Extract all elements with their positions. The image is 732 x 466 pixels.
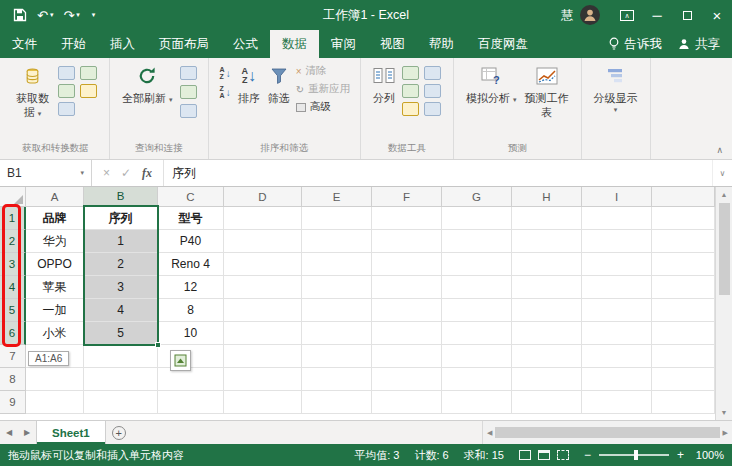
refresh-all-button[interactable]: 全部刷新 ▾ [118,59,177,107]
cell-B6[interactable]: 5 [84,322,158,345]
user-name[interactable]: 慧 [561,7,573,24]
cell-B4[interactable]: 3 [84,276,158,299]
cell-C1[interactable]: 型号 [158,207,224,230]
sort-ascending-icon[interactable]: AZ↓ [220,66,231,80]
cell-F8[interactable] [372,368,442,391]
ribbon-tab-数据[interactable]: 数据 [270,30,319,58]
cell-B3[interactable]: 2 [84,253,158,276]
row-header-8[interactable]: 8 [0,368,26,391]
close-button[interactable]: × [702,0,732,30]
clear-filter-button[interactable]: ×清除 [296,64,350,78]
cell-F5[interactable] [372,299,442,322]
cell-A5[interactable]: 一加 [26,299,84,322]
cell-A3[interactable]: OPPO [26,253,84,276]
ribbon-tab-公式[interactable]: 公式 [221,30,270,58]
cell-H2[interactable] [512,230,582,253]
column-header-E[interactable]: E [302,187,372,207]
ribbon-tab-页面布局[interactable]: 页面布局 [147,30,221,58]
cell-D6[interactable] [224,322,302,345]
sheet-nav-right-icon[interactable]: ▶ [18,421,36,444]
row-header-9[interactable]: 9 [0,391,26,414]
cell-E8[interactable] [302,368,372,391]
cell-C2[interactable]: P40 [158,230,224,253]
cell-I2[interactable] [582,230,652,253]
cell-C8[interactable] [158,368,224,391]
outline-button[interactable]: 分级显示 ▾ [590,59,642,116]
cell-H4[interactable] [512,276,582,299]
cell-H7[interactable] [512,345,582,368]
cell-G2[interactable] [442,230,512,253]
cell-E1[interactable] [302,207,372,230]
cell-C6[interactable]: 10 [158,322,224,345]
collapse-ribbon-button[interactable]: ∧ [716,145,723,155]
cell-C9[interactable] [158,391,224,414]
cell-F9[interactable] [372,391,442,414]
properties-icon[interactable] [180,85,197,99]
cell-C7[interactable] [158,345,224,368]
cell-B1[interactable]: 序列 [84,207,158,230]
cell-D3[interactable] [224,253,302,276]
cell-I1[interactable] [582,207,652,230]
cell-F2[interactable] [372,230,442,253]
horizontal-scroll-thumb[interactable] [495,427,719,438]
cell-E3[interactable] [302,253,372,276]
sort-button[interactable]: AZ↓ 排序 [234,59,264,107]
manage-data-model-icon[interactable] [424,102,441,116]
reapply-button[interactable]: ↻重新应用 [296,82,350,96]
ribbon-tab-视图[interactable]: 视图 [368,30,417,58]
ribbon-tab-百度网盘[interactable]: 百度网盘 [466,30,540,58]
cell-I3[interactable] [582,253,652,276]
tell-me-button[interactable]: 告诉我 [608,36,663,53]
from-text-csv-icon[interactable] [58,66,75,80]
cell-G7[interactable] [442,345,512,368]
row-header-7[interactable]: 7 [0,345,26,368]
cell-A1[interactable]: 品牌 [26,207,84,230]
column-header-D[interactable]: D [224,187,302,207]
view-page-break-button[interactable] [557,450,569,460]
new-sheet-button[interactable]: + [106,421,132,444]
ribbon-tab-插入[interactable]: 插入 [98,30,147,58]
scroll-up-icon[interactable]: ▲ [721,191,728,198]
advanced-filter-button[interactable]: 高级 [296,100,350,114]
sort-descending-icon[interactable]: ZA↓ [220,85,231,99]
cell-I6[interactable] [582,322,652,345]
cell-A9[interactable] [26,391,84,414]
cell-E9[interactable] [302,391,372,414]
cell-B2[interactable]: 1 [84,230,158,253]
cell-F1[interactable] [372,207,442,230]
zoom-slider-thumb[interactable] [634,450,638,460]
sheet-tab-sheet1[interactable]: Sheet1 [36,421,106,444]
cell-I4[interactable] [582,276,652,299]
cell-B9[interactable] [84,391,158,414]
cell-G8[interactable] [442,368,512,391]
view-normal-button[interactable] [519,450,531,460]
existing-connections-icon[interactable] [58,102,75,116]
scroll-down-icon[interactable]: ▼ [721,409,728,416]
column-header-A[interactable]: A [26,187,84,207]
consolidate-icon[interactable] [424,84,441,98]
flash-fill-icon[interactable] [402,66,419,80]
what-if-analysis-button[interactable]: ? 模拟分析 ▾ [462,59,521,107]
column-header-F[interactable]: F [372,187,442,207]
ribbon-tab-帮助[interactable]: 帮助 [417,30,466,58]
cell-A8[interactable] [26,368,84,391]
text-to-columns-button[interactable]: 分列 [369,59,399,107]
column-header-I[interactable]: I [582,187,652,207]
zoom-in-button[interactable]: + [677,448,684,462]
data-validation-icon[interactable] [402,84,419,98]
cell-C5[interactable]: 8 [158,299,224,322]
from-web-icon[interactable] [80,66,97,80]
avatar[interactable] [580,5,600,25]
forecast-sheet-button[interactable]: 预测工作表 [521,59,573,122]
minimize-button[interactable]: ─ [642,0,672,30]
column-header-C[interactable]: C [158,187,224,207]
cell-B7[interactable] [84,345,158,368]
cell-E7[interactable] [302,345,372,368]
insert-options-button[interactable] [170,350,191,371]
vertical-scrollbar[interactable]: ▲ ▼ [715,187,732,420]
queries-connections-icon[interactable] [180,66,197,80]
cell-C3[interactable]: Reno 4 [158,253,224,276]
zoom-level[interactable]: 100% [692,449,724,461]
cell-E5[interactable] [302,299,372,322]
column-header-B[interactable]: B [84,187,158,207]
